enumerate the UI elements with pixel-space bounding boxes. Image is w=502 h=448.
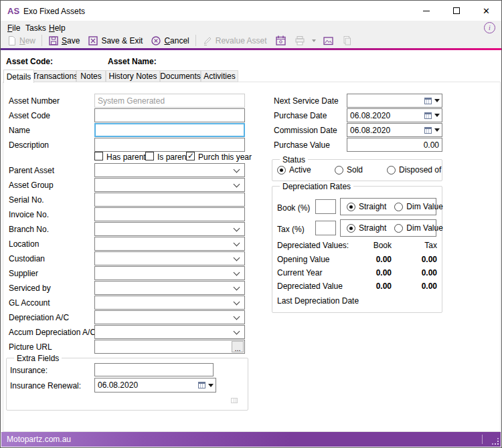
chevron-down-icon [234,166,240,173]
calendar-dropdown-button[interactable] [198,382,216,388]
purchase-date-picker[interactable]: 06.08.2020 [347,108,442,122]
company-name: Motopartz.com.au [7,435,71,444]
maximize-icon [453,7,460,14]
minimize-button[interactable] [411,1,441,21]
picture-button[interactable] [319,34,338,47]
calendar-dropdown-button[interactable] [424,98,442,104]
menu-tasks[interactable]: Tasks [25,23,46,33]
book-straight-radio[interactable]: Straight [347,202,386,211]
asset-number-label: Asset Number [9,96,60,106]
tab-transactions[interactable]: Transactions [33,70,76,82]
asset-name-header-label: Asset Name: [108,57,157,66]
info-icon[interactable]: i [484,22,495,33]
current-year-book: 0.00 [351,268,392,277]
chevron-down-icon [234,225,240,232]
book-dim-value-label: Dim Value [406,202,442,211]
insurance-renewal-value: 06.08.2020 [95,380,198,390]
custodian-label: Custodian [9,254,45,263]
depreciated-value-book: 0.00 [351,282,392,291]
gl-account-combo[interactable] [94,296,245,310]
book-percent-input[interactable] [315,199,336,214]
custodian-combo[interactable] [94,251,245,265]
dropdown-arrow-icon [434,99,440,102]
purch-this-year-label: Purch this year [198,152,252,162]
supplier-combo[interactable] [94,266,245,280]
print-dropdown-icon [312,39,316,42]
description-input[interactable] [94,138,245,152]
serial-no-input[interactable] [94,193,245,207]
tax-straight-radio[interactable]: Straight [347,223,386,233]
radio-icon [387,166,396,175]
accum-depreciation-ac-combo[interactable] [94,325,245,339]
image-icon [323,35,334,46]
status-label: Status [280,155,308,164]
cancel-button[interactable]: Cancel [147,34,193,47]
chevron-down-icon [234,269,240,276]
insurance-renewal-datepicker[interactable]: 06.08.2020 [94,378,216,393]
purchase-value-input[interactable] [347,138,442,152]
insurance-input[interactable] [94,363,214,376]
status-sold-radio[interactable]: Sold [335,165,363,175]
next-service-date-picker[interactable] [347,94,442,108]
serviced-by-label: Serviced by [9,284,51,293]
name-input[interactable] [94,123,245,137]
branch-no-combo[interactable] [94,222,245,236]
schedule-button[interactable] [271,33,290,47]
next-service-date-label: Next Service Date [274,96,339,106]
invoice-no-input[interactable] [94,207,245,221]
gl-account-label: GL Account [9,298,50,308]
chevron-down-icon [234,299,240,306]
tax-dim-value-radio[interactable]: Dim Value [394,223,442,233]
save-and-exit-button[interactable]: Save & Exit [84,34,147,47]
location-combo[interactable] [94,237,245,251]
picture-url-browse-button[interactable]: ... [232,341,244,352]
calendar-icon [424,127,432,134]
has-parent-label: Has parent [106,152,146,162]
save-button[interactable]: Save [44,34,84,47]
toolbar-separator [195,35,196,46]
picture-url-input[interactable] [94,340,245,354]
asset-code-input[interactable] [94,108,245,122]
tab-activities[interactable]: Activities [201,70,238,82]
depreciation-rates-label: Depreciation Rates [280,182,353,191]
toolbar-separator [41,35,42,46]
tab-documents[interactable]: Documents [160,70,201,82]
menu-file[interactable]: File [7,23,20,33]
window-title: Exo Fixed Assets [23,7,85,16]
name-label: Name [9,126,30,135]
tax-dim-value-label: Dim Value [406,223,442,233]
purch-this-year-checkbox[interactable] [186,152,195,160]
asset-group-combo[interactable] [94,178,245,192]
close-button[interactable]: ✕ [471,1,501,21]
calendar-dropdown-button[interactable] [424,112,442,119]
maximize-button[interactable] [441,1,471,21]
is-parent-checkbox[interactable] [145,152,154,160]
current-year-tax: 0.00 [397,268,437,277]
status-active-radio[interactable]: Active [277,165,311,175]
status-disposed-radio[interactable]: Disposed of [387,165,441,175]
new-label: New [19,36,35,45]
current-year-label: Current Year [277,268,322,277]
parent-asset-combo[interactable] [94,163,245,177]
opening-value-book: 0.00 [351,255,392,264]
title-bar: AS Exo Fixed Assets ✕ [1,1,501,21]
has-parent-checkbox[interactable] [94,152,103,160]
commission-date-picker[interactable]: 06.08.2020 [347,123,442,137]
calendar-dropdown-button[interactable] [424,127,442,134]
tab-notes[interactable]: Notes [76,70,106,82]
book-method-group: Straight Dim Value [340,198,436,215]
depreciation-ac-combo[interactable] [94,310,245,324]
serviced-by-combo[interactable] [94,281,245,295]
revalue-pen-icon [202,35,213,46]
resize-grip[interactable] [491,437,499,445]
tab-details[interactable]: Details [3,70,34,83]
book-dim-value-radio[interactable]: Dim Value [394,202,442,211]
asset-number-input [94,94,245,108]
cancel-label: Cancel [164,36,189,45]
exo-fixed-assets-window: AS Exo Fixed Assets ✕ File Tasks Help i … [0,0,502,448]
menu-help[interactable]: Help [49,23,66,33]
book-column-header: Book [351,241,392,250]
tax-percent-input[interactable] [315,221,336,235]
save-icon [48,35,59,46]
tab-history-notes[interactable]: History Notes [106,70,160,82]
